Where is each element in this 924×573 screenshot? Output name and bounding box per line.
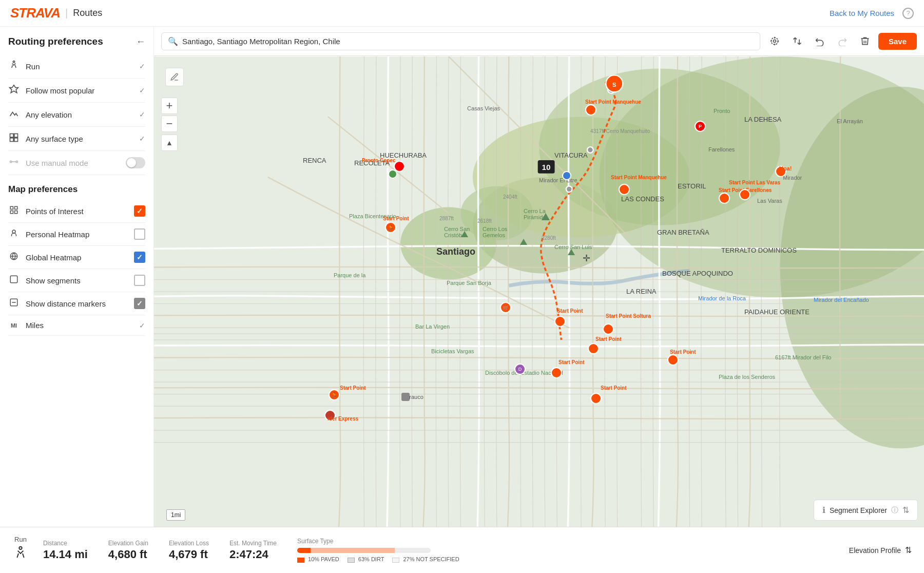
undo-btn[interactable] <box>811 32 829 50</box>
help-icon[interactable]: ? <box>902 8 914 19</box>
distance-markers-icon <box>8 298 20 309</box>
miles-icon: MI <box>8 322 20 329</box>
segment-explorer-panel[interactable]: ℹ Segment Explorer ⓘ ⇅ <box>814 500 918 521</box>
surface-unspecified <box>395 548 431 553</box>
distance-markers-checkbox[interactable]: ✓ <box>134 298 145 309</box>
moving-time-label: Est. Moving Time <box>229 540 277 547</box>
elevation-loss-label: Elevation Loss <box>169 540 209 547</box>
segments-checkbox[interactable] <box>134 275 145 286</box>
surface-label: Any surface type <box>26 135 83 143</box>
svg-text:10: 10 <box>542 163 551 171</box>
distance-markers-check: ✓ <box>137 299 143 308</box>
redo-btn[interactable] <box>833 32 852 50</box>
pref-item-follow-popular[interactable]: Follow most popular ✓ <box>8 79 145 103</box>
stat-distance: Distance 14.14 mi <box>43 540 88 561</box>
strava-logo: STRAVA <box>10 5 60 21</box>
distance-markers-label: Show distance markers <box>26 299 106 308</box>
elevation-icon <box>8 108 20 121</box>
stat-elevation-loss: Elevation Loss 4,679 ft <box>169 540 209 561</box>
map-container[interactable]: 🔍 Save <box>154 27 924 527</box>
back-to-routes-link[interactable]: Back to My Routes <box>830 9 894 17</box>
poi-icon <box>8 205 20 217</box>
elevation-chevron: ✓ <box>139 110 145 119</box>
map-toolbar: 🔍 Save <box>154 27 924 56</box>
surface-dirt <box>311 548 395 553</box>
svg-point-11 <box>12 230 15 233</box>
pref-item-manual[interactable]: Use manual mode <box>8 151 145 175</box>
flip-btn[interactable] <box>788 32 806 50</box>
paved-swatch <box>297 558 304 563</box>
zoom-in-btn[interactable]: + <box>161 98 178 114</box>
svg-point-5 <box>10 161 12 162</box>
svg-point-0 <box>13 61 14 63</box>
elevation-gain-value: 4,680 ft <box>108 548 148 561</box>
map-svg: S 10 <box>154 56 924 527</box>
header-right: Back to My Routes ? <box>830 8 914 19</box>
miles-label: Miles <box>26 321 44 330</box>
poi-checkbox[interactable]: ✓ <box>134 205 145 217</box>
map-item-poi[interactable]: Points of Interest ✓ <box>8 200 145 223</box>
personal-heatmap-checkbox[interactable] <box>134 228 145 240</box>
map-item-personal-heatmap[interactable]: Personal Heatmap <box>8 223 145 246</box>
search-input[interactable] <box>182 37 754 46</box>
map-item-distance-markers[interactable]: Show distance markers ✓ <box>8 292 145 315</box>
global-heatmap-checkbox[interactable]: ✓ <box>134 252 145 263</box>
svg-point-25 <box>460 186 533 240</box>
follow-popular-label: Follow most popular <box>26 86 94 95</box>
svg-rect-2 <box>14 134 18 138</box>
unspecified-swatch <box>392 558 399 563</box>
elevation-gain-label: Elevation Gain <box>108 540 148 547</box>
manual-label: Use manual mode <box>26 159 88 167</box>
segment-resize-icon[interactable]: ⇅ <box>902 505 909 515</box>
map-item-segments[interactable]: Show segments <box>8 269 145 292</box>
distance-value: 14.14 mi <box>43 548 88 561</box>
sidebar-back-arrow[interactable]: ← <box>136 36 145 47</box>
moving-time-value: 2:47:24 <box>229 548 277 561</box>
header-left: STRAVA | Routes <box>10 5 102 21</box>
surface-legend: 10% PAVED 63% DIRT 27% NOT SPECIFIED <box>297 556 849 562</box>
surface-section: Surface Type 10% PAVED 63% DIRT 27% NOT … <box>297 538 849 562</box>
elevation-loss-value: 4,679 ft <box>169 548 209 561</box>
save-button[interactable]: Save <box>878 33 917 50</box>
header-title: Routes <box>73 8 102 18</box>
pref-item-miles[interactable]: MI Miles ✓ <box>8 315 145 336</box>
global-heatmap-label: Global Heatmap <box>26 253 81 262</box>
legend-paved: 10% PAVED <box>297 556 339 562</box>
edit-route-btn[interactable] <box>165 68 184 86</box>
search-bar[interactable]: 🔍 <box>161 32 760 50</box>
map-background[interactable]: S 10 + − ▲ Santiago HUECHURABA RECOLETA <box>154 56 924 527</box>
map-preferences-title: Map preferences <box>8 184 145 195</box>
pref-item-run[interactable]: Run ✓ <box>8 54 145 79</box>
manual-toggle[interactable] <box>126 157 145 168</box>
surface-chevron: ✓ <box>139 135 145 143</box>
stat-elevation-gain: Elevation Gain 4,680 ft <box>108 540 148 561</box>
sidebar: Routing preferences ← Run ✓ Follow most … <box>0 27 154 527</box>
follow-popular-icon <box>8 84 20 97</box>
svg-rect-3 <box>10 138 14 142</box>
segments-label: Show segments <box>26 276 81 285</box>
routing-preferences-title: Routing preferences ← <box>8 36 145 47</box>
map-item-global-heatmap[interactable]: Global Heatmap ✓ <box>8 246 145 269</box>
svg-point-27 <box>587 147 593 153</box>
surface-bar <box>297 548 431 553</box>
elevation-resize-icon: ⇅ <box>905 545 912 555</box>
svg-rect-10 <box>15 211 17 214</box>
map-scale: 1mi <box>166 509 185 521</box>
pref-item-elevation[interactable]: Any elevation ✓ <box>8 103 145 127</box>
elevation-profile-label: Elevation Profile <box>849 546 901 555</box>
run-indicator: Run <box>12 536 29 565</box>
pref-item-surface[interactable]: Any surface type ✓ <box>8 127 145 151</box>
surface-type-label: Surface Type <box>297 538 849 545</box>
segment-explorer-info-icon: ℹ <box>822 505 825 515</box>
elevation-label: Any elevation <box>26 110 72 119</box>
delete-btn[interactable] <box>856 32 874 50</box>
elevation-profile-btn[interactable]: Elevation Profile ⇅ <box>849 545 912 555</box>
svg-rect-13 <box>10 276 17 283</box>
dirt-swatch <box>348 558 355 563</box>
zoom-out-btn[interactable]: − <box>161 116 178 132</box>
toggle-knob <box>127 158 136 167</box>
svg-rect-1 <box>10 134 14 138</box>
north-btn[interactable]: ▲ <box>161 135 178 151</box>
location-btn[interactable] <box>765 32 784 50</box>
svg-rect-9 <box>10 211 13 214</box>
